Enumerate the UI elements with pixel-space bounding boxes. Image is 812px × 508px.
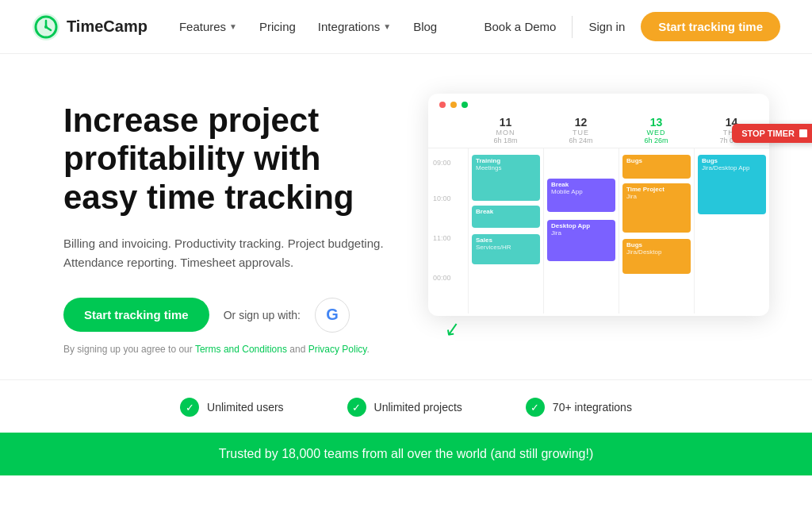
cal-event: Sales Services/HR <box>472 234 540 264</box>
feature-label-0: Unlimited users <box>207 401 283 414</box>
features-bar: ✓ Unlimited users ✓ Unlimited projects ✓… <box>0 379 812 433</box>
cal-day-1: 12 TUE 6h 24m <box>543 113 619 148</box>
cal-col-thu: Bugs Jira/Desktop App <box>694 148 769 314</box>
check-icon-0: ✓ <box>180 398 199 417</box>
hero-section: Increase project profitability with easy… <box>0 54 812 371</box>
or-signup-text: Or sign up with: <box>224 309 301 321</box>
dot-red <box>439 102 446 108</box>
book-demo-link[interactable]: Book a Demo <box>485 20 557 33</box>
trusted-bar: Trusted by 18,000 teams from all over th… <box>0 433 812 475</box>
cal-event: Bugs Jira/Desktop App <box>698 155 766 214</box>
check-icon-2: ✓ <box>526 398 545 417</box>
cal-time-col: 09:00 10:00 11:00 00:00 <box>428 148 468 314</box>
cal-col-wed: Bugs Time Project Jira Bugs Jira/Desktop <box>619 148 694 314</box>
logo[interactable]: TimeCamp <box>32 13 147 41</box>
navbar: TimeCamp Features ▼ Pricing Integrations… <box>0 0 812 54</box>
hero-subtitle: Billing and invoicing. Productivity trac… <box>63 234 396 272</box>
nav-pricing[interactable]: Pricing <box>259 20 296 33</box>
arrow-decoration: ↙ <box>442 316 462 341</box>
trusted-text: Trusted by 18,000 teams from all over th… <box>219 447 594 460</box>
cal-day-0: 11 MON 6h 18m <box>468 113 543 148</box>
hero-cta-button[interactable]: Start tracking time <box>63 298 209 332</box>
google-signup-button[interactable]: G <box>315 298 350 333</box>
nav-right: Book a Demo Sign in Start tracking time <box>485 12 780 41</box>
feature-item-0: ✓ Unlimited users <box>180 398 283 417</box>
cal-event: Time Project Jira <box>622 183 691 233</box>
nav-integrations[interactable]: Integrations ▼ <box>318 20 391 33</box>
feature-label-2: 70+ integrations <box>553 401 632 414</box>
stop-timer-label: STOP TIMER <box>741 129 795 138</box>
cal-event: Break <box>472 206 540 228</box>
nav-blog[interactable]: Blog <box>413 20 437 33</box>
terms-text: By signing up you agree to our Terms and… <box>63 344 396 355</box>
feature-item-1: ✓ Unlimited projects <box>347 398 462 417</box>
nav-cta-button[interactable]: Start tracking time <box>641 12 780 41</box>
cal-body: 09:00 10:00 11:00 00:00 Training Meeting… <box>428 148 769 307</box>
feature-label-1: Unlimited projects <box>374 401 462 414</box>
dot-green <box>462 102 468 108</box>
cal-col-tue: Break Mobile App Desktop App Jira <box>543 148 619 314</box>
cal-event: Desktop App Jira <box>547 220 615 261</box>
sign-in-link[interactable]: Sign in <box>588 20 625 33</box>
cal-header: 11 MON 6h 18m 12 TUE 6h 24m 13 WED 6h 26… <box>428 113 769 148</box>
cal-dots <box>428 94 769 113</box>
hero-left: Increase project profitability with easy… <box>63 94 396 355</box>
hero-right: 11 MON 6h 18m 12 TUE 6h 24m 13 WED 6h 26… <box>428 94 769 316</box>
cal-header-empty <box>428 113 468 148</box>
nav-divider <box>572 16 573 38</box>
privacy-link[interactable]: Privacy Policy <box>308 344 367 355</box>
hero-actions: Start tracking time Or sign up with: G <box>63 298 396 333</box>
hero-title: Increase project profitability with easy… <box>63 102 396 217</box>
features-chevron-icon: ▼ <box>229 22 237 31</box>
cal-event: Bugs <box>622 155 691 179</box>
integrations-chevron-icon: ▼ <box>383 22 391 31</box>
nav-links: Features ▼ Pricing Integrations ▼ Blog <box>179 20 485 33</box>
cal-day-2: 13 WED 6h 26m <box>619 113 694 148</box>
terms-link[interactable]: Terms and Conditions <box>195 344 287 355</box>
calendar-mock: 11 MON 6h 18m 12 TUE 6h 24m 13 WED 6h 26… <box>428 94 769 316</box>
cal-col-mon: Training Meetings Break Sales Services/H… <box>468 148 543 314</box>
dot-yellow <box>450 102 457 108</box>
cal-event: Bugs Jira/Desktop <box>622 239 691 274</box>
cal-event: Training Meetings <box>472 155 540 201</box>
svg-point-2 <box>44 25 48 29</box>
logo-icon <box>32 13 60 41</box>
nav-features[interactable]: Features ▼ <box>179 20 237 33</box>
feature-item-2: ✓ 70+ integrations <box>526 398 632 417</box>
stop-square-icon <box>799 129 807 137</box>
check-icon-1: ✓ <box>347 398 366 417</box>
stop-timer-bar[interactable]: STOP TIMER <box>732 124 812 143</box>
cal-event: Break Mobile App <box>547 179 615 212</box>
logo-text: TimeCamp <box>67 17 147 36</box>
